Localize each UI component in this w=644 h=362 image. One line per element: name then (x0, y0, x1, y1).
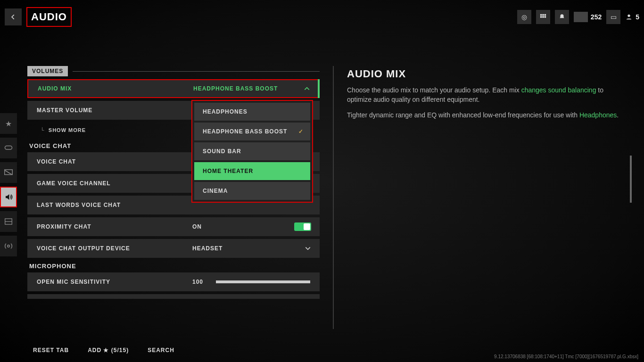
chevron-down-icon (305, 246, 311, 251)
currency-badge[interactable]: 252 (574, 12, 602, 22)
section-rule (73, 71, 320, 72)
rail-tab-display[interactable] (0, 162, 17, 183)
svg-rect-0 (540, 14, 542, 16)
rail-tab-favorites[interactable]: ★ (0, 113, 17, 134)
row-label: GAME VOICE CHANNEL (37, 180, 111, 187)
svg-rect-5 (544, 16, 546, 18)
settings-rail: ★ (0, 113, 19, 256)
controller-icon (4, 145, 13, 151)
svg-rect-1 (542, 14, 544, 16)
row-truncated (27, 294, 320, 299)
help-text: Tighter dynamic range and EQ with enhanc… (347, 111, 579, 119)
settings-list: VOLUMES AUDIO MIX HEADPHONE BASS BOOST H… (27, 66, 320, 329)
audio-mix-dropdown: HEADPHONES HEADPHONE BASS BOOST SOUND BA… (191, 100, 313, 203)
header: AUDIO ◎ 252 ▭ 5 (5, 8, 639, 26)
page-title: AUDIO (26, 7, 72, 27)
section-volumes: VOLUMES (27, 66, 320, 76)
apps-icon[interactable] (536, 10, 550, 24)
platform-icon[interactable]: ▭ (606, 10, 620, 24)
sensitivity-slider[interactable] (216, 280, 310, 283)
show-more-label: SHOW MORE (49, 127, 86, 133)
toggle-knob (304, 223, 310, 230)
party-badge[interactable]: 5 (625, 13, 639, 21)
users-icon (625, 13, 633, 21)
svg-rect-7 (5, 146, 12, 150)
back-button[interactable] (5, 8, 22, 25)
row-value: 100 (192, 279, 203, 285)
scrollbar-thumb[interactable] (630, 156, 632, 203)
help-paragraph-1: Choose the audio mix to match your audio… (347, 86, 630, 104)
row-value: ON (192, 223, 202, 230)
party-count: 5 (636, 13, 639, 21)
row-label: VOICE CHAT OUTPUT DEVICE (37, 245, 130, 252)
dropdown-option-sound-bar[interactable]: SOUND BAR (194, 142, 310, 160)
main: VOLUMES AUDIO MIX HEADPHONE BASS BOOST H… (27, 66, 630, 329)
row-audio-mix[interactable]: AUDIO MIX HEADPHONE BASS BOOST (27, 79, 320, 98)
proximity-chat-toggle[interactable] (294, 222, 311, 231)
help-paragraph-2: Tighter dynamic range and EQ with enhanc… (347, 111, 630, 120)
monitor-icon (4, 169, 13, 176)
help-link-sound-balancing[interactable]: changes sound balancing (521, 86, 596, 94)
help-title: AUDIO MIX (347, 68, 630, 80)
currency-icon (574, 12, 588, 22)
svg-point-6 (628, 15, 630, 17)
row-label: PROXIMITY CHAT (37, 223, 91, 230)
svg-point-11 (8, 245, 10, 247)
row-open-mic-sensitivity[interactable]: OPEN MIC SENSITIVITY 100 (27, 272, 320, 291)
dropdown-option-headphones[interactable]: HEADPHONES (194, 103, 310, 121)
rail-tab-network[interactable] (0, 236, 17, 256)
version-text: 9.12.13706838 [68:108:1740+11] Tmc [7000… (494, 354, 638, 359)
notifications-icon[interactable] (555, 10, 569, 24)
rail-tab-interface[interactable] (0, 211, 17, 232)
column-divider (333, 66, 334, 329)
section-microphone: MICROPHONE (29, 263, 320, 270)
row-value: HEADSET (192, 245, 223, 252)
store-icon[interactable]: ◎ (517, 10, 531, 24)
help-link-headphones[interactable]: Headphones (579, 111, 617, 119)
svg-rect-3 (540, 16, 542, 18)
help-panel: AUDIO MIX Choose the audio mix to match … (347, 66, 630, 329)
help-text: . (617, 111, 619, 119)
speaker-icon (4, 193, 13, 201)
help-text: Choose the audio mix to match your audio… (347, 86, 521, 94)
row-voice-chat-output-device[interactable]: VOICE CHAT OUTPUT DEVICE HEADSET (27, 239, 320, 258)
row-label: LAST WORDS VOICE CHAT (37, 202, 121, 208)
add-favorite-button[interactable]: ADD ★ (5/15) (88, 347, 129, 354)
row-value: HEADPHONE BASS BOOST (193, 85, 278, 92)
row-label: MASTER VOLUME (37, 107, 92, 114)
footer: RESET TAB ADD ★ (5/15) SEARCH (33, 347, 635, 354)
dropdown-option-home-theater[interactable]: HOME THEATER (194, 162, 310, 180)
bell-icon (559, 14, 565, 20)
antenna-icon (4, 242, 13, 250)
svg-rect-2 (544, 14, 546, 16)
currency-count: 252 (591, 13, 602, 21)
dropdown-option-cinema[interactable]: CINEMA (194, 182, 310, 200)
chevron-left-icon (10, 14, 17, 20)
header-right: ◎ 252 ▭ 5 (517, 10, 639, 24)
section-label: VOLUMES (27, 66, 68, 76)
row-proximity-chat[interactable]: PROXIMITY CHAT ON (27, 217, 320, 236)
dropdown-option-headphone-bass-boost[interactable]: HEADPHONE BASS BOOST (194, 123, 310, 140)
reset-tab-button[interactable]: RESET TAB (33, 347, 69, 354)
search-button[interactable]: SEARCH (148, 347, 174, 354)
slider-fill (216, 280, 310, 283)
chevron-up-icon (304, 86, 310, 91)
row-label: OPEN MIC SENSITIVITY (37, 279, 110, 285)
rail-tab-audio[interactable] (0, 187, 17, 207)
rail-tab-controller[interactable] (0, 138, 17, 158)
grid-icon (540, 14, 546, 20)
layout-icon (5, 218, 12, 225)
row-label: AUDIO MIX (38, 85, 72, 92)
svg-rect-4 (542, 16, 544, 18)
audio-mix-wrapper: AUDIO MIX HEADPHONE BASS BOOST HEADPHONE… (27, 79, 320, 101)
row-label: VOICE CHAT (37, 158, 76, 165)
